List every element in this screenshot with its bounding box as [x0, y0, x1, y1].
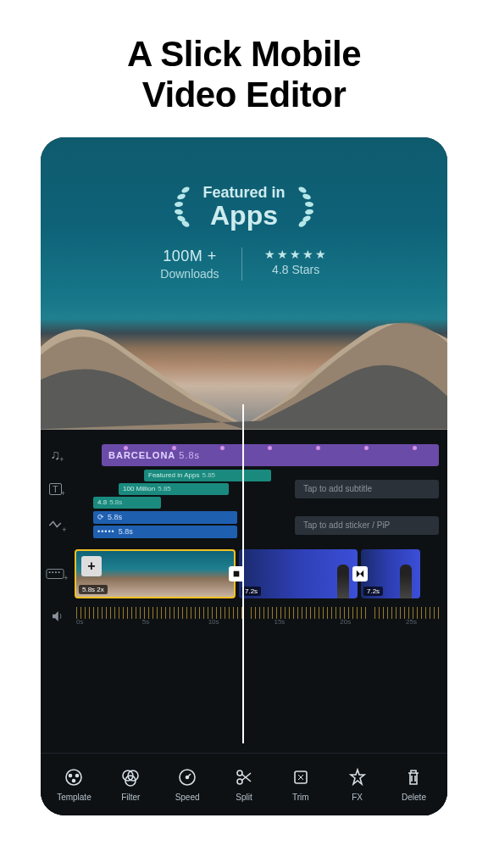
ruler-tick-label: 25s: [406, 618, 439, 626]
fx-icon: [347, 766, 369, 788]
filter-button[interactable]: Filter: [106, 766, 155, 802]
downloads-label: Downloads: [160, 267, 219, 281]
delete-icon: [402, 766, 424, 788]
page-title: A Slick MobileVideo Editor: [0, 0, 488, 137]
ruler-tick-label: 10s: [208, 618, 241, 626]
tool-label: Trim: [292, 793, 309, 802]
stats-row: 100M + Downloads ★★★★★ 4.8 Stars: [138, 248, 349, 281]
svg-point-21: [73, 780, 75, 782]
ruler-tick-label: 0s: [76, 618, 109, 626]
svg-rect-17: [234, 570, 240, 576]
svg-point-6: [297, 186, 308, 194]
ruler-tick-label: 5s: [142, 618, 175, 626]
svg-point-3: [175, 209, 184, 215]
effect-clip[interactable]: •••••5.8s: [93, 526, 237, 538]
trim-button[interactable]: Trim: [276, 766, 325, 802]
ruler-tick-label: 15s: [274, 618, 307, 626]
svg-rect-15: [55, 571, 57, 573]
video-preview[interactable]: Featured in Apps 100M + Downloads: [41, 137, 447, 430]
svg-rect-12: [47, 569, 64, 578]
svg-point-2: [175, 202, 183, 208]
music-icon[interactable]: ♫+: [46, 445, 69, 465]
pip-icon[interactable]: +: [46, 515, 69, 536]
ruler-row: 0s5s10s15s20s25s: [41, 604, 447, 628]
tool-label: FX: [352, 793, 363, 802]
text-track-row: T+ Featured in Apps5.85 100 Million5.85 …: [41, 469, 447, 509]
svg-point-20: [76, 775, 79, 777]
phone-mockup: Featured in Apps 100M + Downloads: [41, 137, 447, 815]
ruler-tick-label: [373, 618, 406, 626]
add-subtitle-slot[interactable]: Tap to add subtitle: [295, 480, 439, 498]
text-clip[interactable]: Featured in Apps5.85: [144, 470, 271, 481]
svg-point-7: [302, 193, 311, 201]
add-clip-button[interactable]: +: [81, 556, 102, 576]
music-clip[interactable]: BARCELONA 5.8s: [102, 444, 439, 466]
laurel-left-icon: [167, 185, 194, 227]
ruler-tick-label: [175, 618, 208, 626]
featured-line1: Featured in: [202, 184, 285, 202]
video-clip[interactable]: + 5.8s 2x: [75, 549, 236, 598]
text-clip[interactable]: 4.85.8s: [93, 497, 161, 509]
svg-point-1: [177, 193, 186, 201]
svg-rect-14: [53, 571, 54, 573]
bottom-toolbar: TemplateFilterSpeedSplitTrimFXDelete: [41, 753, 447, 815]
music-track-row: ♫+ BARCELONA 5.8s: [41, 442, 447, 469]
video-clip[interactable]: 7.2s: [239, 549, 358, 598]
tool-label: Filter: [121, 793, 140, 802]
timeline-editor: ♫+ BARCELONA 5.8s T+ Featured in Apps5.8…: [41, 430, 447, 815]
keyboard-icon[interactable]: +: [46, 549, 69, 598]
tool-label: Delete: [402, 793, 426, 802]
fx-button[interactable]: FX: [333, 766, 382, 802]
laurel-right-icon: [294, 185, 321, 227]
playhead[interactable]: [242, 404, 244, 743]
tool-label: Speed: [175, 793, 200, 802]
svg-rect-16: [58, 571, 60, 573]
ruler-tick-label: [307, 618, 340, 626]
preview-image: [41, 298, 447, 429]
filter-icon: [119, 766, 141, 788]
split-button[interactable]: Split: [219, 766, 269, 802]
split-icon: [233, 766, 255, 788]
tool-label: Split: [236, 793, 252, 802]
volume-icon[interactable]: [46, 606, 69, 626]
transition-button[interactable]: [352, 566, 368, 581]
text-clip[interactable]: 100 Million5.85: [119, 483, 229, 495]
svg-point-0: [181, 186, 191, 194]
video-clips-row: + + 5.8s 2x 7.2s 7.2s: [41, 547, 447, 601]
effect-clip[interactable]: ⟳5.8s: [93, 511, 237, 524]
trim-icon: [290, 766, 312, 788]
delete-button[interactable]: Delete: [389, 766, 438, 802]
speed-icon: [176, 766, 198, 788]
rating-label: 4.8 Stars: [264, 263, 328, 276]
rating-stars: ★★★★★: [264, 248, 328, 261]
template-icon: [63, 766, 85, 788]
ruler-tick-label: [241, 618, 274, 626]
featured-badge: Featured in Apps: [167, 184, 320, 229]
text-icon[interactable]: T+: [46, 479, 69, 499]
speed-button[interactable]: Speed: [163, 766, 212, 802]
pip-track-row: + ⟳5.8s •••••5.8s Tap to add sticker / P…: [41, 509, 447, 542]
svg-point-8: [304, 202, 313, 208]
ruler-tick-label: [109, 618, 142, 626]
ruler-tick-label: 20s: [340, 618, 373, 626]
svg-rect-13: [49, 571, 51, 573]
svg-point-26: [186, 776, 189, 779]
tool-label: Template: [57, 793, 92, 802]
featured-line2: Apps: [202, 202, 285, 229]
add-sticker-slot[interactable]: Tap to add sticker / PiP: [295, 516, 439, 535]
svg-point-9: [304, 209, 313, 215]
template-button[interactable]: Template: [49, 766, 98, 802]
svg-point-19: [69, 775, 72, 777]
time-ruler[interactable]: 0s5s10s15s20s25s: [76, 607, 439, 626]
downloads-value: 100M +: [160, 248, 219, 265]
video-clip[interactable]: 7.2s: [361, 549, 420, 598]
